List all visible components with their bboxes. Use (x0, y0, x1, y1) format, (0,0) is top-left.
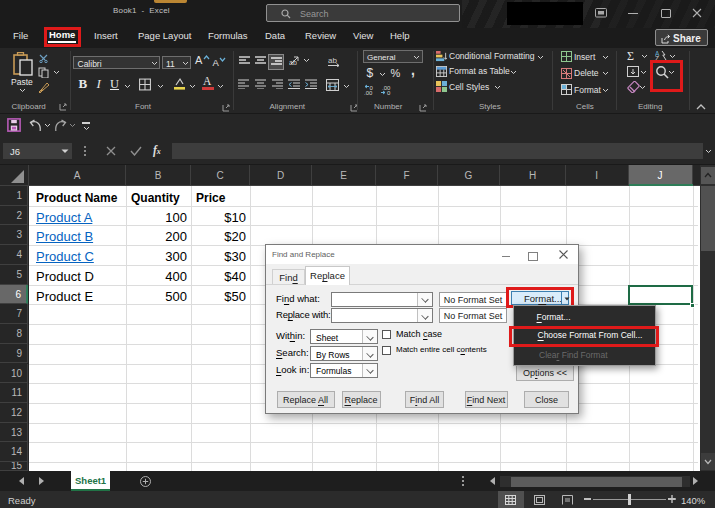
svg-text:ab: ab (328, 56, 337, 65)
svg-text:ab: ab (289, 59, 297, 66)
svg-text:.00: .00 (364, 90, 373, 95)
svg-text:0: 0 (387, 90, 391, 95)
